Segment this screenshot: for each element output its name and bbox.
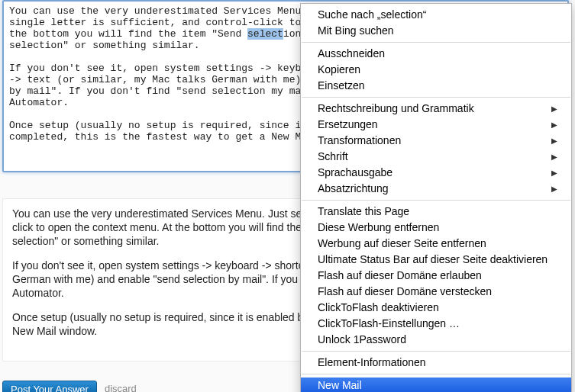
context-menu-item-label: Schrift <box>318 149 348 164</box>
context-menu-item[interactable]: ClickToFlash deaktivieren <box>301 300 571 316</box>
context-menu-item[interactable]: Schrift▶ <box>301 149 571 165</box>
context-menu-item-label: New Mail <box>318 378 362 392</box>
context-menu-separator <box>302 97 570 98</box>
discard-link[interactable]: discard <box>105 383 137 393</box>
submenu-arrow-icon: ▶ <box>551 165 557 180</box>
context-menu-item[interactable]: New Mail <box>301 378 571 392</box>
context-menu-item-label: Flash auf dieser Domäne erlauben <box>318 268 482 283</box>
submenu-arrow-icon: ▶ <box>551 149 557 164</box>
context-menu-item[interactable]: Rechtschreibung und Grammatik▶ <box>301 101 571 117</box>
context-menu-item[interactable]: Element-Informationen <box>301 355 571 371</box>
context-menu-item[interactable]: Diese Werbung entfernen <box>301 220 571 236</box>
context-menu-item-label: Ultimate Status Bar auf dieser Seite dea… <box>318 252 548 267</box>
context-menu-separator <box>302 42 570 43</box>
context-menu-item-label: ClickToFlash deaktivieren <box>318 300 439 315</box>
context-menu-item[interactable]: Ausschneiden <box>301 46 571 62</box>
context-menu-item-label: ClickToFlash-Einstellungen … <box>318 316 460 331</box>
context-menu-item-label: Flash auf dieser Domäne verstecken <box>318 284 492 299</box>
context-menu-item-label: Unlock 1Password <box>318 333 406 347</box>
context-menu-item[interactable]: Kopieren <box>301 62 571 78</box>
context-menu-item[interactable]: Flash auf dieser Domäne erlauben <box>301 268 571 284</box>
context-menu-item[interactable]: Suche nach „selection“ <box>301 7 571 23</box>
context-menu-item[interactable]: Flash auf dieser Domäne verstecken <box>301 284 571 300</box>
context-menu-item[interactable]: Mit Bing suchen <box>301 23 571 39</box>
context-menu-item-label: Ersetzungen <box>318 117 378 132</box>
context-menu-item[interactable]: Translate this Page <box>301 204 571 220</box>
context-menu-item[interactable]: Ersetzungen▶ <box>301 117 571 133</box>
context-menu-item-label: Einsetzen <box>318 79 364 93</box>
context-menu-item-label: Kopieren <box>318 63 360 77</box>
context-menu-item-label: Rechtschreibung und Grammatik <box>318 101 474 116</box>
context-menu-item[interactable]: Unlock 1Password <box>301 332 571 348</box>
submenu-arrow-icon: ▶ <box>551 117 557 132</box>
context-menu-item[interactable]: Transformationen▶ <box>301 133 571 149</box>
context-menu-separator <box>302 374 570 374</box>
context-menu-item-label: Werbung auf dieser Seite entfernen <box>318 236 486 251</box>
editor-selection: select <box>247 28 283 40</box>
context-menu-separator <box>302 200 570 201</box>
context-menu-item[interactable]: Sprachausgabe▶ <box>301 165 571 181</box>
context-menu-item-label: Absatzrichtung <box>318 182 389 196</box>
context-menu-item-label: Diese Werbung entfernen <box>318 220 439 235</box>
context-menu-item[interactable]: ClickToFlash-Einstellungen … <box>301 316 571 332</box>
context-menu-item[interactable]: Ultimate Status Bar auf dieser Seite dea… <box>301 252 571 268</box>
context-menu-item[interactable]: Absatzrichtung▶ <box>301 181 571 197</box>
context-menu-item-label: Sprachausgabe <box>318 165 392 180</box>
context-menu-item-label: Transformationen <box>318 133 401 148</box>
context-menu-item[interactable]: Einsetzen <box>301 78 571 94</box>
submenu-arrow-icon: ▶ <box>551 101 557 116</box>
context-menu-item-label: Suche nach „selection“ <box>318 8 426 22</box>
context-menu-item-label: Translate this Page <box>318 204 409 219</box>
context-menu-item-label: Ausschneiden <box>318 47 385 61</box>
context-menu-item-label: Element-Informationen <box>318 355 426 370</box>
context-menu-separator <box>302 351 570 352</box>
context-menu-item[interactable]: Werbung auf dieser Seite entfernen <box>301 236 571 252</box>
submenu-arrow-icon: ▶ <box>551 182 557 196</box>
context-menu-item-label: Mit Bing suchen <box>318 24 394 38</box>
context-menu[interactable]: Suche nach „selection“Mit Bing suchenAus… <box>300 3 572 392</box>
post-answer-button[interactable]: Post Your Answer <box>2 381 97 392</box>
submenu-arrow-icon: ▶ <box>551 133 557 148</box>
